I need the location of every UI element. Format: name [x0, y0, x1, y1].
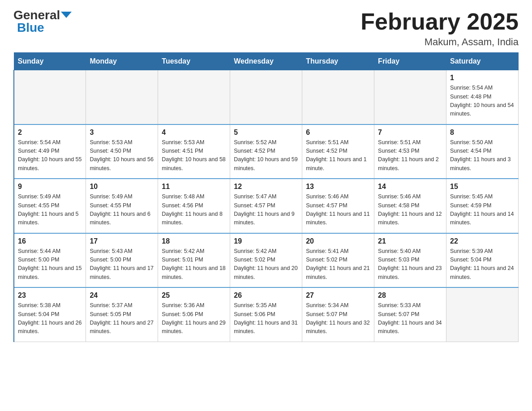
day-info: Sunrise: 5:43 AMSunset: 5:00 PMDaylight:… [90, 247, 154, 282]
calendar-cell [86, 70, 158, 124]
calendar-cell: 12Sunrise: 5:47 AMSunset: 4:57 PMDayligh… [230, 179, 302, 233]
day-info: Sunrise: 5:46 AMSunset: 4:58 PMDaylight:… [378, 193, 442, 227]
day-info: Sunrise: 5:51 AMSunset: 4:52 PMDaylight:… [306, 138, 370, 173]
calendar-cell: 22Sunrise: 5:39 AMSunset: 5:04 PMDayligh… [446, 233, 519, 288]
logo-blue-text: Blue [17, 21, 44, 34]
calendar-week-4: 16Sunrise: 5:44 AMSunset: 5:00 PMDayligh… [14, 233, 519, 288]
calendar-cell: 10Sunrise: 5:49 AMSunset: 4:55 PMDayligh… [86, 179, 158, 233]
day-number: 25 [162, 291, 226, 300]
day-number: 26 [234, 291, 298, 300]
day-number: 9 [18, 183, 82, 191]
col-tuesday: Tuesday [158, 53, 230, 70]
calendar-cell: 2Sunrise: 5:54 AMSunset: 4:49 PMDaylight… [14, 124, 86, 179]
day-info: Sunrise: 5:42 AMSunset: 5:02 PMDaylight:… [234, 247, 298, 282]
col-wednesday: Wednesday [230, 53, 302, 70]
day-info: Sunrise: 5:48 AMSunset: 4:56 PMDaylight:… [162, 193, 226, 227]
day-number: 5 [234, 128, 298, 137]
logo: General Blue [13, 9, 72, 34]
calendar-cell [446, 287, 519, 342]
day-number: 17 [90, 237, 154, 245]
day-info: Sunrise: 5:49 AMSunset: 4:55 PMDaylight:… [90, 193, 154, 227]
col-sunday: Sunday [14, 53, 86, 70]
day-info: Sunrise: 5:53 AMSunset: 4:50 PMDaylight:… [90, 138, 154, 173]
header-row: Sunday Monday Tuesday Wednesday Thursday… [14, 53, 519, 70]
day-number: 6 [306, 128, 370, 137]
location-title: Makum, Assam, India [360, 36, 519, 48]
day-info: Sunrise: 5:34 AMSunset: 5:07 PMDaylight:… [306, 301, 370, 336]
col-monday: Monday [86, 53, 158, 70]
calendar-cell: 4Sunrise: 5:53 AMSunset: 4:51 PMDaylight… [158, 124, 230, 179]
calendar-cell: 24Sunrise: 5:37 AMSunset: 5:05 PMDayligh… [86, 287, 158, 342]
day-number: 15 [450, 183, 515, 191]
day-info: Sunrise: 5:53 AMSunset: 4:51 PMDaylight:… [162, 138, 226, 173]
day-info: Sunrise: 5:44 AMSunset: 5:00 PMDaylight:… [18, 247, 82, 282]
day-info: Sunrise: 5:42 AMSunset: 5:01 PMDaylight:… [162, 247, 226, 282]
calendar-cell: 18Sunrise: 5:42 AMSunset: 5:01 PMDayligh… [158, 233, 230, 288]
calendar-cell [158, 70, 230, 124]
col-saturday: Saturday [446, 53, 519, 70]
col-friday: Friday [374, 53, 446, 70]
day-number: 1 [450, 74, 515, 82]
calendar-cell: 25Sunrise: 5:36 AMSunset: 5:06 PMDayligh… [158, 287, 230, 342]
day-number: 8 [450, 128, 515, 137]
logo-triangle-icon [61, 12, 72, 18]
day-info: Sunrise: 5:49 AMSunset: 4:55 PMDaylight:… [18, 193, 82, 227]
day-number: 13 [306, 183, 370, 191]
day-info: Sunrise: 5:40 AMSunset: 5:03 PMDaylight:… [378, 247, 442, 282]
day-number: 16 [18, 237, 82, 245]
calendar-cell [230, 70, 302, 124]
calendar-week-1: 1Sunrise: 5:54 AMSunset: 4:48 PMDaylight… [14, 70, 519, 124]
calendar-cell: 11Sunrise: 5:48 AMSunset: 4:56 PMDayligh… [158, 179, 230, 233]
day-number: 19 [234, 237, 298, 245]
calendar-cell: 6Sunrise: 5:51 AMSunset: 4:52 PMDaylight… [302, 124, 374, 179]
logo-general-text: General [13, 9, 60, 21]
day-number: 24 [90, 291, 154, 300]
calendar-cell: 26Sunrise: 5:35 AMSunset: 5:06 PMDayligh… [230, 287, 302, 342]
calendar-cell [374, 70, 446, 124]
day-number: 3 [90, 128, 154, 137]
day-number: 10 [90, 183, 154, 191]
day-number: 21 [378, 237, 442, 245]
day-info: Sunrise: 5:51 AMSunset: 4:53 PMDaylight:… [378, 138, 442, 173]
calendar-cell: 27Sunrise: 5:34 AMSunset: 5:07 PMDayligh… [302, 287, 374, 342]
calendar-cell: 9Sunrise: 5:49 AMSunset: 4:55 PMDaylight… [14, 179, 86, 233]
calendar-week-2: 2Sunrise: 5:54 AMSunset: 4:49 PMDaylight… [14, 124, 519, 179]
day-info: Sunrise: 5:39 AMSunset: 5:04 PMDaylight:… [450, 247, 515, 282]
day-number: 12 [234, 183, 298, 191]
calendar-cell: 15Sunrise: 5:45 AMSunset: 4:59 PMDayligh… [446, 179, 519, 233]
day-info: Sunrise: 5:47 AMSunset: 4:57 PMDaylight:… [234, 193, 298, 227]
month-title: February 2025 [360, 9, 519, 34]
calendar-cell: 28Sunrise: 5:33 AMSunset: 5:07 PMDayligh… [374, 287, 446, 342]
day-info: Sunrise: 5:54 AMSunset: 4:49 PMDaylight:… [18, 138, 82, 173]
calendar-cell: 5Sunrise: 5:52 AMSunset: 4:52 PMDaylight… [230, 124, 302, 179]
day-info: Sunrise: 5:36 AMSunset: 5:06 PMDaylight:… [162, 301, 226, 336]
calendar-cell: 1Sunrise: 5:54 AMSunset: 4:48 PMDaylight… [446, 70, 519, 124]
calendar-cell [302, 70, 374, 124]
day-info: Sunrise: 5:45 AMSunset: 4:59 PMDaylight:… [450, 193, 515, 227]
day-number: 14 [378, 183, 442, 191]
day-number: 22 [450, 237, 515, 245]
calendar-table: Sunday Monday Tuesday Wednesday Thursday… [13, 52, 519, 342]
day-number: 28 [378, 291, 442, 300]
day-number: 20 [306, 237, 370, 245]
calendar-cell: 16Sunrise: 5:44 AMSunset: 5:00 PMDayligh… [14, 233, 86, 288]
day-number: 11 [162, 183, 226, 191]
day-number: 27 [306, 291, 370, 300]
calendar-cell: 7Sunrise: 5:51 AMSunset: 4:53 PMDaylight… [374, 124, 446, 179]
calendar-cell: 8Sunrise: 5:50 AMSunset: 4:54 PMDaylight… [446, 124, 519, 179]
calendar-week-3: 9Sunrise: 5:49 AMSunset: 4:55 PMDaylight… [14, 179, 519, 233]
day-info: Sunrise: 5:38 AMSunset: 5:04 PMDaylight:… [18, 301, 82, 336]
calendar-cell [14, 70, 86, 124]
day-info: Sunrise: 5:41 AMSunset: 5:02 PMDaylight:… [306, 247, 370, 282]
calendar-cell: 3Sunrise: 5:53 AMSunset: 4:50 PMDaylight… [86, 124, 158, 179]
calendar-cell: 17Sunrise: 5:43 AMSunset: 5:00 PMDayligh… [86, 233, 158, 288]
day-info: Sunrise: 5:50 AMSunset: 4:54 PMDaylight:… [450, 138, 515, 173]
page-header: General Blue February 2025 Makum, Assam,… [13, 9, 519, 48]
day-info: Sunrise: 5:35 AMSunset: 5:06 PMDaylight:… [234, 301, 298, 336]
calendar-cell: 19Sunrise: 5:42 AMSunset: 5:02 PMDayligh… [230, 233, 302, 288]
day-number: 18 [162, 237, 226, 245]
day-info: Sunrise: 5:46 AMSunset: 4:57 PMDaylight:… [306, 193, 370, 227]
calendar-cell: 23Sunrise: 5:38 AMSunset: 5:04 PMDayligh… [14, 287, 86, 342]
calendar-cell: 21Sunrise: 5:40 AMSunset: 5:03 PMDayligh… [374, 233, 446, 288]
calendar-cell: 13Sunrise: 5:46 AMSunset: 4:57 PMDayligh… [302, 179, 374, 233]
